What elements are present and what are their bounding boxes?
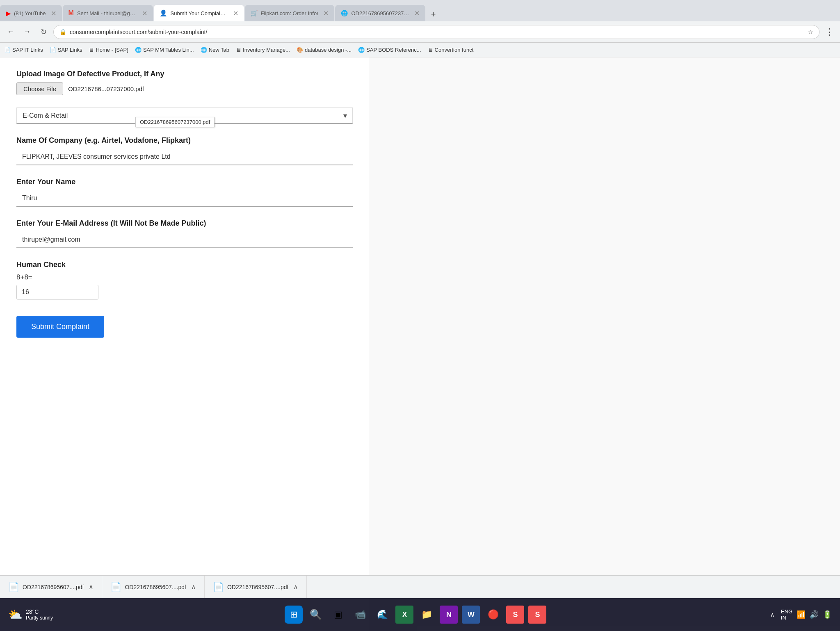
gmail-icon: M	[68, 9, 74, 17]
tab-complaint-close[interactable]: ✕	[233, 9, 238, 17]
bookmark-new-tab-icon: 🌐	[201, 47, 207, 53]
bookmark-sap-bods[interactable]: 🌐 SAP BODS Referenc...	[358, 47, 421, 53]
bookmark-db-design-icon: 🎨	[297, 47, 303, 53]
bookmark-sap-it-links-label: SAP IT Links	[12, 47, 43, 53]
download-bar: 📄 OD221678695607....pdf ∧ 📄 OD2216786956…	[0, 575, 840, 598]
youtube-icon: ▶	[6, 9, 11, 17]
bookmark-sap-mm[interactable]: 🌐 SAP MM Tables Lin...	[135, 47, 194, 53]
name-label: Enter Your Name	[16, 178, 353, 186]
tab-complaint-label: Submit Your Complaint | C	[171, 10, 228, 16]
bookmark-sap-mm-label: SAP MM Tables Lin...	[143, 47, 194, 53]
bookmark-sap-links[interactable]: 📄 SAP Links	[50, 47, 82, 53]
tab-od221[interactable]: 🌐 OD221678695607237000 ✕	[335, 5, 425, 21]
tab-flipkart[interactable]: 🛒 Flipkart.com: Order Infor ✕	[245, 5, 335, 21]
bookmark-db-design-label: database design -...	[305, 47, 352, 53]
taskbar-windows-button[interactable]: ⊞	[285, 606, 303, 624]
bookmark-new-tab[interactable]: 🌐 New Tab	[201, 47, 229, 53]
download-caret-1[interactable]: ∧	[89, 583, 94, 591]
download-caret-2[interactable]: ∧	[191, 583, 196, 591]
name-input[interactable]	[16, 190, 353, 207]
taskbar-taskview-button[interactable]: ▣	[329, 606, 347, 624]
bookmark-inventory-icon: 🖥	[236, 47, 241, 53]
name-section: Enter Your Name	[16, 178, 353, 207]
bookmark-sap-links-label: SAP Links	[58, 47, 82, 53]
company-section: Name Of Company (e.g. Airtel, Vodafone, …	[16, 136, 353, 165]
bookmark-db-design[interactable]: 🎨 database design -...	[297, 47, 352, 53]
browser-frame: ▶ (81) YouTube ✕ M Sent Mail - thirupel@…	[0, 0, 840, 631]
bookmark-convertion[interactable]: 🖥 Convertion funct	[428, 47, 474, 53]
submit-section: Submit Complaint	[16, 312, 353, 338]
od221-icon: 🌐	[341, 10, 348, 16]
tab-complaint[interactable]: 👤 Submit Your Complaint | C ✕	[154, 5, 244, 21]
download-label-3: OD221678695607....pdf	[227, 584, 288, 590]
tab-youtube[interactable]: ▶ (81) YouTube ✕	[0, 5, 62, 21]
volume-icon: 🔊	[810, 610, 819, 619]
address-bar[interactable]: 🔒 consumercomplaintscourt.com/submit-you…	[53, 25, 819, 39]
reload-button[interactable]: ↻	[37, 25, 50, 39]
sys-tray-icons: ∧	[770, 611, 774, 618]
bookmark-sap-it-links[interactable]: 📄 SAP IT Links	[4, 47, 43, 53]
bookmark-home-sap[interactable]: 🖥 Home - [SAP]	[89, 47, 128, 53]
forward-button[interactable]: →	[21, 25, 34, 39]
bookmark-convertion-icon: 🖥	[428, 47, 433, 53]
email-input[interactable]	[16, 232, 353, 248]
download-caret-3[interactable]: ∧	[293, 583, 298, 591]
download-item-3[interactable]: 📄 OD221678695607....pdf ∧	[205, 576, 307, 598]
more-options-button[interactable]: ⋮	[823, 25, 836, 39]
tab-od221-close[interactable]: ✕	[414, 9, 420, 17]
sys-tray: ENGIN 📶 🔊 🔋	[781, 608, 832, 621]
tab-youtube-close[interactable]: ✕	[51, 9, 56, 17]
taskbar-center: ⊞ 🔍 ▣ 📹 🌊 X 📁 N W 🔴 S S	[66, 606, 765, 624]
tab-flipkart-close[interactable]: ✕	[323, 9, 329, 17]
tab-gmail-label: Sent Mail - thirupel@gma	[77, 10, 137, 16]
upload-label: Upload Image Of Defective Product, If An…	[16, 70, 353, 78]
taskbar-files-button[interactable]: 📁	[418, 606, 436, 624]
submit-button[interactable]: Submit Complaint	[16, 316, 104, 338]
weather-widget[interactable]: ⛅ 28°C Partly sunny	[8, 608, 53, 622]
bookmark-sap-it-links-icon: 📄	[4, 47, 11, 53]
taskbar-excel-button[interactable]: X	[395, 606, 413, 624]
complaint-tab-icon: 👤	[160, 9, 167, 17]
taskbar-sap2-button[interactable]: S	[528, 606, 546, 624]
download-label-2: OD221678695607....pdf	[125, 584, 186, 590]
back-button[interactable]: ←	[4, 25, 17, 39]
taskbar-onenote-button[interactable]: N	[440, 606, 458, 624]
weather-icon: ⛅	[8, 608, 23, 622]
download-item-1[interactable]: 📄 OD221678695607....pdf ∧	[0, 576, 102, 598]
company-input[interactable]	[16, 149, 353, 165]
choose-file-button[interactable]: Choose File	[16, 82, 63, 95]
taskbar-chrome-button[interactable]: 🔴	[484, 606, 502, 624]
flipkart-icon: 🛒	[251, 10, 258, 16]
temperature-text: 28°C	[26, 608, 53, 615]
download-item-2[interactable]: 📄 OD221678695607....pdf ∧	[102, 576, 204, 598]
download-label-1: OD221678695607....pdf	[23, 584, 84, 590]
bookmark-sap-links-icon: 📄	[50, 47, 56, 53]
taskbar-sap-button[interactable]: S	[506, 606, 524, 624]
tab-bar: ▶ (81) YouTube ✕ M Sent Mail - thirupel@…	[0, 0, 840, 21]
human-check-input[interactable]	[16, 285, 98, 299]
tab-youtube-label: (81) YouTube	[14, 10, 46, 16]
taskbar-word-button[interactable]: W	[462, 606, 480, 624]
taskbar-edge-button[interactable]: 🌊	[373, 606, 391, 624]
form-container: Upload Image Of Defective Product, If An…	[0, 57, 369, 631]
new-tab-button[interactable]: +	[426, 7, 440, 21]
tab-gmail[interactable]: M Sent Mail - thirupel@gma ✕	[63, 5, 153, 21]
right-panel	[369, 57, 840, 631]
bookmark-star-icon[interactable]: ☆	[808, 29, 813, 35]
human-check-section: Human Check 8+8=	[16, 261, 353, 299]
tooltip-filename-text: OD221678695607237000.pdf	[140, 119, 210, 125]
bookmark-new-tab-label: New Tab	[209, 47, 229, 53]
bookmark-inventory[interactable]: 🖥 Inventory Manage...	[236, 47, 290, 53]
email-section: Enter Your E-Mail Address (It Will Not B…	[16, 219, 353, 248]
battery-icon: 🔋	[823, 610, 832, 619]
pdf-icon-1: 📄	[8, 582, 19, 592]
taskbar-search-button[interactable]: 🔍	[307, 606, 325, 624]
taskbar-right: ∧ ENGIN 📶 🔊 🔋	[770, 608, 832, 621]
bookmark-convertion-label: Convertion funct	[435, 47, 474, 53]
bookmark-home-sap-label: Home - [SAP]	[96, 47, 128, 53]
human-check-expr: 8+8=	[16, 273, 353, 281]
address-text: consumercomplaintscourt.com/submit-your-…	[70, 29, 207, 35]
tab-gmail-close[interactable]: ✕	[142, 9, 147, 17]
file-upload-row: Choose File OD2216786...07237000.pdf	[16, 82, 353, 95]
taskbar-teams-button[interactable]: 📹	[351, 606, 369, 624]
